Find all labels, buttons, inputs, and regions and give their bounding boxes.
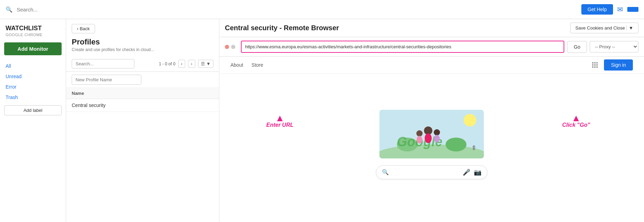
svg-point-7 bbox=[425, 133, 432, 143]
proxy-select[interactable]: -- Proxy -- bbox=[590, 41, 638, 52]
svg-point-9 bbox=[417, 136, 422, 143]
top-bar: 🔍 Get Help ✉ bbox=[0, 0, 644, 19]
browser-nav-store[interactable]: Store bbox=[252, 62, 263, 68]
share-icon[interactable]: ⇞ bbox=[471, 144, 477, 152]
annotation-enter-url-arrow bbox=[277, 116, 283, 121]
annotation-click-go-text: Click "Go" bbox=[562, 122, 590, 128]
browser-url-bar: Go -- Proxy -- bbox=[219, 37, 644, 57]
table-row[interactable]: Central security bbox=[66, 99, 219, 112]
svg-point-11 bbox=[434, 135, 440, 142]
profiles-name-header: Name bbox=[72, 91, 84, 96]
save-cookies-button[interactable]: Save Cookies and Close ▼ bbox=[570, 23, 638, 33]
dot-gray bbox=[231, 45, 235, 49]
grid-icon[interactable] bbox=[592, 62, 598, 68]
profiles-search-input[interactable] bbox=[72, 59, 134, 68]
annotation-enter-url-text: Enter URL bbox=[266, 122, 293, 128]
pagination-prev-button[interactable]: ‹ bbox=[178, 60, 185, 68]
google-lens-icon[interactable]: 📷 bbox=[474, 168, 481, 176]
profiles-toolbar bbox=[66, 72, 219, 88]
profiles-search-row: 1 - 0 of 0 ‹ › ☰ ▼ bbox=[66, 56, 219, 72]
browser-top-bar: Central security - Remote Browser Save C… bbox=[219, 19, 644, 37]
sidebar-item-error[interactable]: Error bbox=[0, 82, 66, 92]
sign-in-button[interactable]: Sign in bbox=[604, 59, 633, 71]
google-mic-icon[interactable]: 🎤 bbox=[463, 168, 470, 176]
sidebar-item-all[interactable]: All bbox=[0, 61, 66, 71]
browser-panel: Central security - Remote Browser Save C… bbox=[219, 19, 644, 222]
url-input[interactable] bbox=[242, 41, 564, 52]
annotation-enter-url: Enter URL bbox=[266, 116, 293, 128]
doodle-image: Google bbox=[379, 110, 484, 158]
back-row: ‹ Back bbox=[66, 19, 219, 36]
url-input-wrapper bbox=[241, 41, 564, 53]
sidebar: WATCHLIST GOOGLE CHROME Add Monitor All … bbox=[0, 19, 66, 222]
profiles-panel: ‹ Back Profiles Create and use profiles … bbox=[66, 19, 219, 222]
browser-dots bbox=[225, 45, 235, 49]
avatar bbox=[627, 7, 638, 12]
sidebar-item-unread[interactable]: Unread bbox=[0, 71, 66, 82]
svg-point-3 bbox=[446, 138, 466, 151]
svg-point-10 bbox=[434, 129, 440, 135]
main-layout: WATCHLIST GOOGLE CHROME Add Monitor All … bbox=[0, 19, 644, 222]
pagination-info: 1 - 0 of 0 bbox=[159, 61, 175, 66]
profile-name-cell: Central security bbox=[72, 102, 105, 108]
mail-icon[interactable]: ✉ bbox=[617, 5, 623, 14]
top-right-controls: Get Help ✉ bbox=[581, 4, 638, 15]
google-doodle-area: Google ⇞ 🔍 bbox=[369, 74, 494, 222]
browser-nav-about[interactable]: About bbox=[230, 62, 243, 68]
doodle-svg: Google bbox=[379, 110, 484, 158]
go-button[interactable]: Go bbox=[567, 41, 587, 53]
new-profile-name-input[interactable] bbox=[72, 75, 141, 85]
dot-red bbox=[225, 45, 229, 49]
svg-point-4 bbox=[464, 114, 476, 126]
sidebar-item-trash[interactable]: Trash bbox=[0, 92, 66, 102]
annotation-click-go: Click "Go" bbox=[562, 116, 590, 128]
content-area: ‹ Back Profiles Create and use profiles … bbox=[66, 19, 644, 222]
pagination-next-button[interactable]: › bbox=[188, 60, 195, 68]
annotation-click-go-arrow bbox=[573, 116, 579, 121]
browser-title: Central security - Remote Browser bbox=[225, 24, 566, 32]
app-title: WATCHLIST bbox=[0, 25, 66, 33]
profiles-description: Create and use profiles for checks in cl… bbox=[66, 47, 219, 56]
profiles-title: Profiles bbox=[66, 36, 219, 47]
browser-content: About Store Sign in Enter URL bbox=[219, 57, 644, 222]
add-label-button[interactable]: Add label bbox=[4, 105, 62, 115]
save-cookies-dropdown-arrow[interactable]: ▼ bbox=[626, 25, 633, 31]
get-help-button[interactable]: Get Help bbox=[581, 4, 613, 15]
back-button[interactable]: ‹ Back bbox=[72, 24, 95, 33]
browser-nav-row: About Store Sign in bbox=[219, 57, 644, 74]
sort-button[interactable]: ☰ ▼ bbox=[198, 60, 213, 68]
profiles-table-header: Name bbox=[66, 88, 219, 99]
add-monitor-button[interactable]: Add Monitor bbox=[4, 42, 62, 55]
app-subtitle: GOOGLE CHROME bbox=[0, 33, 66, 42]
search-input[interactable] bbox=[17, 7, 208, 13]
svg-point-8 bbox=[416, 130, 423, 137]
search-icon: 🔍 bbox=[6, 6, 13, 13]
google-search-bar: 🔍 🎤 📷 bbox=[376, 165, 487, 179]
google-search-icon: 🔍 bbox=[382, 169, 389, 175]
